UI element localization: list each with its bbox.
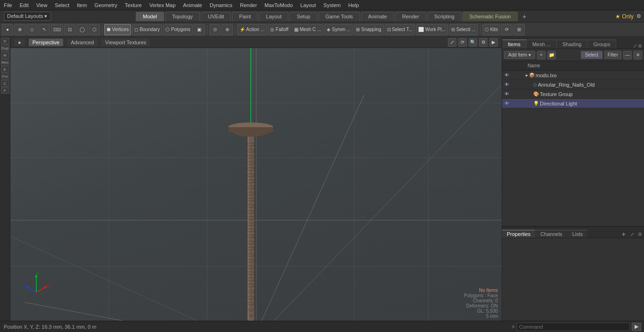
item-lock-light[interactable] — [511, 100, 518, 107]
menu-texture[interactable]: Texture — [121, 1, 146, 9]
tool-kits[interactable]: ⬡ Kits — [482, 24, 500, 35]
tool-snapping[interactable]: ⊞ Snapping — [354, 24, 383, 35]
menu-item[interactable]: Item — [73, 1, 91, 9]
command-input[interactable] — [517, 323, 630, 331]
menu-animate[interactable]: Animate — [179, 1, 206, 9]
items-add-icon[interactable]: + — [537, 51, 545, 59]
viewport-settings-icon[interactable]: ⚙ — [479, 38, 487, 47]
item-row-light[interactable]: 👁 💡 Directional Light — [502, 99, 644, 108]
menu-layout[interactable]: Layout — [297, 1, 320, 9]
tool-selecti[interactable]: ⊟ Selecti ... — [449, 24, 478, 35]
tool-boxes[interactable]: ⊡⊡ — [51, 24, 63, 35]
tool-refresh[interactable]: ⟳ — [501, 24, 512, 35]
tab-topology[interactable]: Topology — [165, 12, 200, 21]
item-lock-root[interactable] — [511, 72, 518, 79]
viewport-expand-icon[interactable]: ▶ — [489, 38, 498, 47]
star-only-button[interactable]: ★ Only — [615, 13, 634, 20]
props-tab-channels[interactable]: Channels — [536, 230, 567, 238]
menu-vertex-map[interactable]: Vertex Map — [146, 1, 180, 9]
default-layouts-dropdown[interactable]: Default Layouts ▾ — [4, 12, 51, 21]
tool-grid[interactable]: ⊞ — [513, 24, 525, 35]
tool-work-pl[interactable]: ⬜ Work Pl... — [416, 24, 448, 35]
item-row-texgroup[interactable]: 👁 🎨 Texture Group — [502, 89, 644, 99]
tab-paint[interactable]: Paint — [232, 12, 258, 21]
viewport[interactable]: ● Perspective Advanced Viewport Textures… — [10, 37, 502, 321]
menu-edit[interactable]: Edit — [16, 1, 33, 9]
tab-uvedit[interactable]: UVEdit — [201, 12, 231, 21]
add-item-button[interactable]: Add Item ▾ — [504, 51, 535, 59]
item-lock-texgroup[interactable] — [511, 90, 518, 98]
viewport-tab-toggle[interactable]: ● — [14, 39, 25, 46]
canvas-area[interactable]: Y X Z No Items Polygons : Face Channels:… — [10, 48, 502, 321]
item-row-root[interactable]: 👁 ▸ 📦 modo.lxo — [502, 71, 644, 80]
menu-dynamics[interactable]: Dynamics — [206, 1, 236, 9]
tool-crosshair[interactable]: ⊕ — [14, 24, 25, 35]
props-expand-icon[interactable]: ⤢ — [628, 231, 636, 238]
tool-action[interactable]: ⚡ Action ... — [237, 24, 267, 35]
tool-symm[interactable]: ◈ Symm ... — [324, 24, 353, 35]
tab-scripting[interactable]: Scripting — [427, 12, 462, 21]
left-tool-2[interactable]: Dup — [1, 45, 9, 51]
viewport-tab-advanced[interactable]: Advanced — [67, 39, 98, 46]
tool-falloff[interactable]: ◎ Falloff — [268, 24, 291, 35]
tab-render[interactable]: Render — [395, 12, 426, 21]
tool-arrow[interactable]: ↖ — [39, 24, 50, 35]
props-tab-lists[interactable]: Lists — [568, 230, 588, 238]
left-tool-5[interactable]: E — [1, 66, 9, 73]
item-row-mesh[interactable]: 👁 ◇ Annular_Ring_Nails_Old — [502, 80, 644, 89]
menu-select[interactable]: Select — [51, 1, 73, 9]
tab-schematic-fusion[interactable]: Schematic Fusion — [462, 12, 518, 21]
menu-max-to-modo[interactable]: MaxToModo — [261, 1, 297, 9]
left-tool-8[interactable]: F — [1, 87, 9, 94]
left-tool-3[interactable]: M — [1, 52, 9, 58]
item-eye-mesh[interactable]: 👁 — [503, 81, 511, 89]
tool-boundary[interactable]: ◻ Boundary — [132, 24, 162, 35]
items-folder-icon[interactable]: 📁 — [547, 51, 556, 59]
layout-settings-icon[interactable]: ⚙ — [636, 13, 641, 19]
item-eye-root[interactable]: 👁 — [503, 72, 511, 79]
tab-mesh[interactable]: Mesh ... — [527, 40, 557, 49]
menu-render[interactable]: Render — [236, 1, 261, 9]
layout-tab-add-button[interactable]: + — [519, 12, 530, 21]
tool-select-t[interactable]: ⊡ Select T... — [385, 24, 415, 35]
tab-shading[interactable]: Shading — [557, 40, 587, 49]
props-settings-icon[interactable]: ⚙ — [636, 231, 644, 238]
item-eye-texgroup[interactable]: 👁 — [503, 90, 511, 98]
tool-bullet[interactable]: ● — [2, 24, 13, 35]
menu-file[interactable]: File — [0, 1, 16, 9]
tab-animate[interactable]: Animate — [361, 12, 394, 21]
tool-star[interactable]: ⊛ — [222, 24, 233, 35]
tool-square-dot[interactable]: ⊡ — [64, 24, 75, 35]
props-tab-properties[interactable]: Properties — [502, 230, 535, 238]
tool-mask1[interactable]: ▣ — [194, 24, 205, 35]
tab-layout[interactable]: Layout — [259, 12, 289, 21]
left-tool-1[interactable]: D — [1, 38, 9, 44]
menu-system[interactable]: System — [320, 1, 345, 9]
tab-game-tools[interactable]: Game Tools — [318, 12, 360, 21]
select-button[interactable]: Select — [581, 51, 603, 59]
item-render-texgroup[interactable] — [518, 90, 526, 98]
item-lock-mesh[interactable] — [511, 81, 518, 89]
tab-groups[interactable]: Groups — [587, 40, 616, 49]
viewport-tab-perspective[interactable]: Perspective — [29, 39, 63, 46]
item-render-root[interactable] — [518, 72, 526, 79]
viewport-tab-textures[interactable]: Viewport Textures — [101, 39, 150, 46]
left-tool-7[interactable]: C — [1, 80, 9, 87]
tool-circle2[interactable]: ⊙ — [209, 24, 221, 35]
items-close-icon[interactable]: ✕ — [634, 51, 642, 59]
tool-circle[interactable]: ◯ — [76, 24, 88, 35]
viewport-maximize-icon[interactable]: ⤢ — [448, 38, 456, 47]
tool-vertices[interactable]: ⬟ Vertices — [104, 24, 131, 35]
item-render-mesh[interactable] — [518, 81, 526, 89]
tool-polygons[interactable]: ⬡ Polygons — [163, 24, 193, 35]
left-tool-6[interactable]: Pol — [1, 73, 9, 80]
tab-items[interactable]: Items — [502, 40, 527, 49]
item-eye-light[interactable]: 👁 — [503, 100, 511, 107]
right-panel-settings-icon[interactable]: ⚙ — [638, 43, 642, 49]
command-run-button[interactable]: ▶ — [632, 323, 641, 331]
right-panel-expand-icon[interactable]: ⤢ — [633, 43, 637, 49]
items-collapse-icon[interactable]: — — [623, 51, 632, 59]
tool-hex[interactable]: ⬡ — [89, 24, 100, 35]
viewport-search-icon[interactable]: 🔍 — [469, 38, 477, 47]
tab-model[interactable]: Model — [136, 12, 164, 21]
